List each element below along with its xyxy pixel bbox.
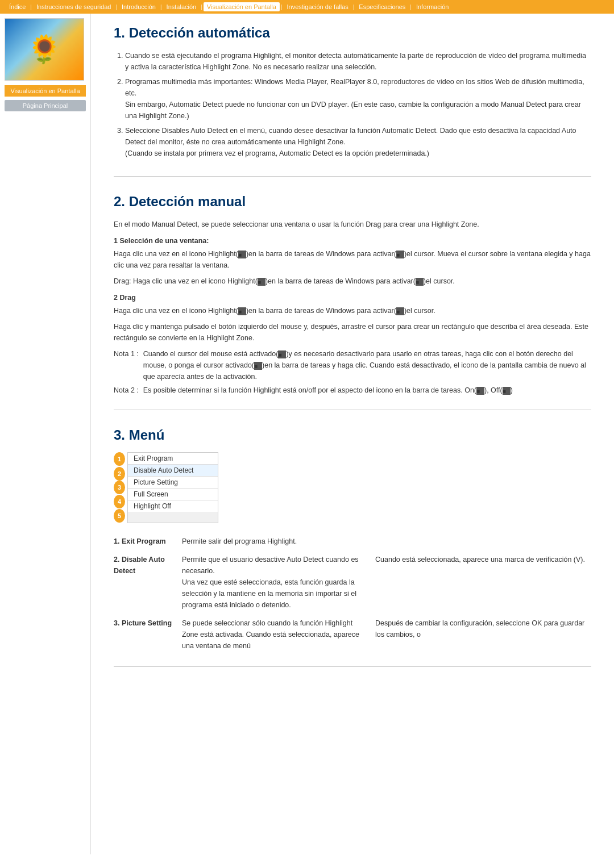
section2-sub2-text1: Haga clic una vez en el icono Highlight(… [114,305,591,316]
menu-description-table: 1. Exit Program Permite salir del progra… [114,532,591,655]
section2-sub2-heading: 2 Drag [114,294,591,302]
section2-nota2: Nota 2 : Es posible determinar si la fun… [114,385,591,396]
menu-picture-setting[interactable]: Picture Setting [128,477,218,489]
section2-sub1-heading: 1 Selección de una ventana: [114,237,591,245]
highlight-icon-5: ■ [238,307,246,315]
menu-exit-program[interactable]: Exit Program [128,453,218,465]
desc-extra-disable: Cuando está seleccionada, aparece una ma… [375,550,591,614]
menu-disable-auto-detect[interactable]: Disable Auto Detect [128,465,218,477]
on-icon: ■ [476,387,484,395]
section2-title: 2. Detección manual [114,194,591,210]
sidebar-logo: 🌻 [5,18,84,81]
home-button[interactable]: Página Principal [5,100,86,111]
desc-label-picture: 3. Picture Setting [114,614,182,655]
menu-num-4: 4 [114,495,125,509]
nav-seguridad[interactable]: Instrucciones de seguridad [33,2,114,11]
menu-full-screen[interactable]: Full Screen [128,489,218,500]
desc-label-exit: 1. Exit Program [114,532,182,550]
menu-num-5: 5 [114,509,125,523]
main-content: 1. Detección automática Cuando se está e… [91,14,614,854]
section1-item-2: Programas multimedia más importantes: Wi… [125,76,591,122]
section2-sub2-text2: Haga clic y mantenga pulsado el botón iz… [114,321,591,344]
menu-num-2: 2 [114,466,125,481]
section-manual-detect: 2. Detección manual En el modo Manual De… [114,194,591,410]
nav-indice[interactable]: Índice [6,2,29,11]
desc-text-exit: Permite salir del programa Highlight. [182,532,375,550]
highlight-icon-2: ■ [396,251,404,258]
section3-title: 3. Menú [114,427,591,443]
highlight-icon-3: ■ [258,278,265,286]
off-icon: ■ [503,387,511,395]
menu-highlight-off[interactable]: Highlight Off [128,500,218,512]
top-navigation: Índice | Instrucciones de seguridad | In… [0,0,614,14]
nav-informacion[interactable]: Información [413,2,452,11]
section2-nota1: Nota 1 : Cuando el cursor del mouse está… [114,348,591,382]
nav-instalacion[interactable]: Instalación [163,2,200,11]
section2-sub1-text2: Drag: Haga clic una vez en el icono High… [114,276,591,287]
section-auto-detect: 1. Detección automática Cuando se está e… [114,25,591,177]
menu-diagram: 1 2 3 4 5 [114,452,591,523]
main-layout: 🌻 Visualización en Pantalla Página Princ… [0,14,614,854]
highlight-icon-1: ■ [238,251,246,258]
cursor-icon-1: ■ [278,350,286,358]
section2-intro: En el modo Manual Detect, se puede selec… [114,219,591,230]
desc-extra-picture: Después de cambiar la configuración, sel… [375,614,591,655]
section-menu: 3. Menú 1 2 3 4 [114,427,591,667]
menu-num-1: 1 [114,452,125,466]
menu-wrapper: 1 2 3 4 5 [114,452,218,523]
flower-icon: 🌻 [27,34,61,65]
menu-numbers-col: 1 2 3 4 5 [114,452,125,523]
desc-row-exit: 1. Exit Program Permite salir del progra… [114,532,591,550]
section1-title: 1. Detección automática [114,25,591,41]
sidebar: 🌻 Visualización en Pantalla Página Princ… [0,14,91,854]
nav-investigacion[interactable]: Investigación de fallas [284,2,352,11]
cursor-icon-2: ■ [254,362,262,370]
highlight-icon-4: ■ [416,278,424,286]
desc-text-picture: Se puede seleccionar sólo cuando la func… [182,614,375,655]
section2-sub1-text1: Haga clic una vez en el icono Highlight(… [114,248,591,271]
section1-item-3: Seleccione Disables Auto Detect en el me… [125,125,591,159]
desc-text-disable: Permite que el usuario desactive Auto De… [182,550,375,614]
nav-intro[interactable]: Introducción [118,2,159,11]
desc-row-disable: 2. Disable AutoDetect Permite que el usu… [114,550,591,614]
desc-extra-exit [375,532,591,550]
desc-label-disable: 2. Disable AutoDetect [114,550,182,614]
highlight-icon-6: ■ [396,307,404,315]
sidebar-section-label: Visualización en Pantalla [5,85,86,97]
section1-item-1: Cuando se está ejecutando el programa Hi… [125,50,591,73]
nav-especificaciones[interactable]: Especificaciones [355,2,409,11]
nav-visualizacion[interactable]: Visualización en Pantalla [204,2,280,11]
menu-num-3: 3 [114,481,125,495]
section1-list: Cuando se está ejecutando el programa Hi… [114,50,591,159]
desc-row-picture: 3. Picture Setting Se puede seleccionar … [114,614,591,655]
menu-items-box: Exit Program Disable Auto Detect Picture… [127,452,218,523]
